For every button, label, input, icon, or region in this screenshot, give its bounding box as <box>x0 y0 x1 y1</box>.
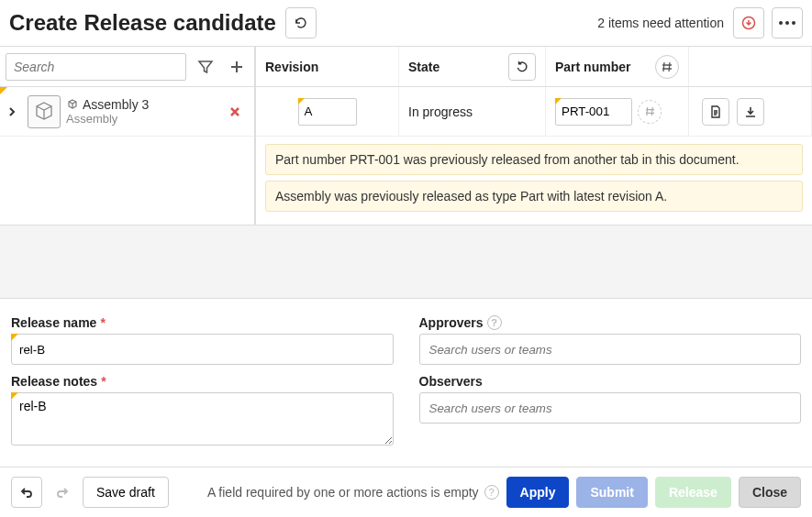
svg-point-2 <box>785 21 789 25</box>
redo-button <box>50 479 75 505</box>
download-button[interactable] <box>737 98 764 126</box>
observers-input[interactable] <box>419 392 802 424</box>
warning-message: Assembly was previously released as type… <box>265 181 803 212</box>
release-notes-input[interactable]: <span></span> <box>11 392 394 446</box>
generate-part-header-button[interactable] <box>655 55 679 79</box>
release-name-label: Release name* <box>11 315 394 330</box>
save-draft-button[interactable]: Save draft <box>83 477 169 508</box>
svg-point-1 <box>779 21 783 25</box>
undo-button[interactable] <box>11 477 42 508</box>
submit-button[interactable]: Submit <box>576 477 647 508</box>
tree-item-text: Assembly 3 Assembly <box>66 97 223 126</box>
attention-text: 2 items need attention <box>597 16 724 30</box>
add-button[interactable] <box>225 55 249 79</box>
hash-icon <box>645 106 655 116</box>
filter-button[interactable] <box>194 55 217 79</box>
observers-label: Observers <box>419 374 802 389</box>
revision-input[interactable] <box>298 98 357 126</box>
col-revision: Revision <box>256 47 399 86</box>
table-row: In progress <box>256 87 812 137</box>
left-toolbar <box>0 47 254 87</box>
dots-icon <box>779 21 795 25</box>
release-name-input[interactable] <box>11 334 394 365</box>
page-title: Create Release candidate <box>9 10 276 36</box>
attention-button[interactable] <box>733 7 764 38</box>
refresh-icon <box>516 60 528 73</box>
svg-point-3 <box>792 21 795 25</box>
chevron-right-icon <box>7 106 17 117</box>
hash-icon <box>662 61 673 72</box>
warnings-area: Part number PRT-001 was previously relea… <box>256 137 812 225</box>
tree-item-kind: Assembly <box>66 112 223 126</box>
refresh-state-button[interactable] <box>508 53 536 81</box>
search-input[interactable] <box>6 53 186 81</box>
document-button[interactable] <box>702 98 729 126</box>
part-number-input[interactable] <box>555 98 632 126</box>
table-header: Revision State Part number <box>256 47 812 87</box>
assembly-icon <box>66 98 79 111</box>
item-thumbnail <box>28 95 61 128</box>
approvers-input[interactable] <box>419 334 802 365</box>
close-button[interactable]: Close <box>739 477 801 508</box>
undo-icon <box>19 485 34 500</box>
header: Create Release candidate 2 items need at… <box>0 0 812 47</box>
more-menu-button[interactable] <box>772 7 803 38</box>
right-panel: Revision State Part number <box>256 47 812 225</box>
filter-icon <box>197 59 214 75</box>
col-state: State <box>399 47 546 86</box>
col-state-label: State <box>408 60 439 74</box>
redo-icon <box>55 485 70 500</box>
warning-message: Part number PRT-001 was previously relea… <box>265 144 803 175</box>
state-value: In progress <box>408 104 473 119</box>
left-panel: Assembly 3 Assembly <box>0 47 256 225</box>
approvers-label: Approvers ? <box>419 315 802 330</box>
remove-item-button[interactable] <box>223 105 247 118</box>
refresh-button[interactable] <box>285 7 317 38</box>
help-icon[interactable]: ? <box>487 315 502 330</box>
download-icon <box>743 104 758 119</box>
refresh-icon <box>294 16 308 30</box>
alert-down-icon <box>741 16 756 30</box>
footer-message: A field required by one or more actions … <box>207 485 499 500</box>
expand-caret[interactable] <box>7 106 22 117</box>
x-icon <box>228 105 241 118</box>
release-button[interactable]: Release <box>655 477 731 508</box>
col-actions <box>689 47 812 86</box>
release-notes-label: Release notes* <box>11 374 394 389</box>
tree-item[interactable]: Assembly 3 Assembly <box>0 87 254 137</box>
generate-part-row-button[interactable] <box>638 100 662 124</box>
cube-icon <box>32 100 56 124</box>
help-icon[interactable]: ? <box>484 485 499 500</box>
document-icon <box>708 104 723 119</box>
empty-area <box>0 226 812 298</box>
footer: Save draft A field required by one or mo… <box>0 467 812 517</box>
form-area: Release name* Release notes* <span></spa… <box>0 298 812 467</box>
col-part-number: Part number <box>546 47 689 86</box>
tree-item-name: Assembly 3 <box>83 97 149 112</box>
main-content: Assembly 3 Assembly Revision State Part … <box>0 47 812 226</box>
plus-icon <box>228 59 245 75</box>
apply-button[interactable]: Apply <box>506 477 570 508</box>
col-part-label: Part number <box>555 60 630 74</box>
